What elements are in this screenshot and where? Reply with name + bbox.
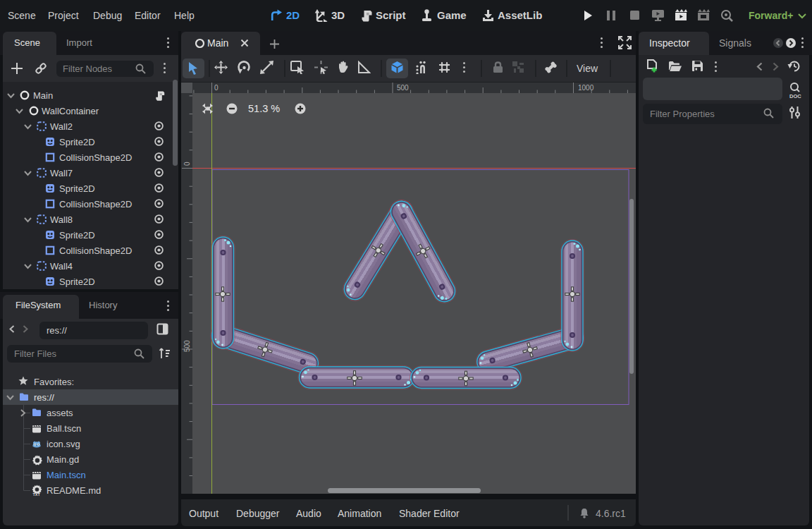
svg-text:500: 500: [183, 340, 191, 352]
svg-text:51.3 %: 51.3 %: [248, 103, 280, 114]
svg-text:500: 500: [397, 84, 409, 92]
svg-text:0: 0: [214, 84, 219, 92]
svg-text:0: 0: [183, 162, 191, 166]
svg-text:1000: 1000: [578, 84, 594, 92]
svg-text:DOC: DOC: [789, 93, 801, 99]
